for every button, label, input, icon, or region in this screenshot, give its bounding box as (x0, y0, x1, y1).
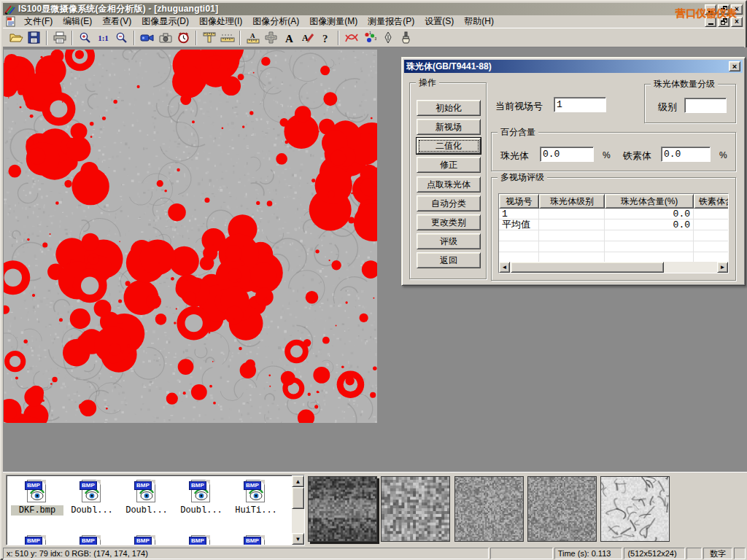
menu-item-image-measure[interactable]: 图像测量(M) (304, 15, 363, 28)
cell-grade (539, 209, 605, 219)
file-item[interactable]: BMP DKF.bmp (11, 480, 63, 516)
menu-item-file[interactable]: 文件(F) (19, 15, 58, 28)
file-name[interactable]: DKF.bmp (11, 505, 63, 516)
scroll-up-button[interactable]: ▲ (292, 475, 304, 487)
pick-pearlite-button[interactable]: 点取珠光体 (417, 176, 481, 192)
video-capture-button[interactable] (138, 29, 156, 46)
table-horizontal-scrollbar[interactable]: ◄ ► (499, 262, 728, 273)
menu-item-image-processing[interactable]: 图像处理(I) (194, 15, 247, 28)
file-name[interactable]: Doubl... (66, 505, 118, 516)
change-class-button[interactable]: 更改类别 (417, 214, 481, 230)
phase-markers-button[interactable]: 13 (360, 29, 379, 46)
child-close-button[interactable]: × (731, 17, 743, 27)
caliper-button[interactable] (200, 29, 218, 46)
file-item[interactable]: BMP (230, 535, 282, 545)
file-item[interactable]: BMP (66, 535, 118, 545)
menu-item-help[interactable]: 帮助(H) (459, 15, 499, 28)
bottom-pane: BMP DKF.bmp BMP Doubl... BMP Doubl... (3, 472, 747, 547)
file-browser-scrollbar[interactable]: ▲ ▼ (292, 475, 304, 545)
percent-group-label: 百分含量 (498, 127, 538, 137)
correct-button[interactable]: 修正 (417, 157, 481, 173)
grade-button[interactable]: 评级 (417, 233, 481, 249)
col-header-field[interactable]: 视场号 (499, 194, 539, 209)
minimize-icon (708, 6, 713, 12)
multi-field-table[interactable]: 视场号 珠光体级别 珠光体含量(%) 铁素体含量(%) 1 0.0 平均值 0.… (498, 193, 729, 273)
file-item[interactable]: BMP (175, 535, 228, 545)
specimen-image[interactable] (4, 50, 377, 423)
col-header-ferrite-content[interactable]: 铁素体含量(%) (694, 194, 729, 209)
menu-item-edit[interactable]: 编辑(E) (58, 15, 97, 28)
menu-item-image-display[interactable]: 图像显示(D) (136, 15, 194, 28)
actual-size-button[interactable]: 1:1 (94, 29, 112, 46)
ruler-button[interactable] (218, 29, 236, 46)
file-item[interactable]: BMP (120, 535, 173, 545)
return-button[interactable]: 返回 (417, 252, 481, 268)
pearlite-input[interactable]: 0.0 (540, 147, 594, 162)
menu-item-view[interactable]: 查看(V) (97, 15, 136, 28)
scrollbar-thumb[interactable] (511, 262, 664, 273)
file-name[interactable]: Doubl... (120, 505, 173, 516)
table-row[interactable]: 1 0.0 (499, 209, 728, 219)
application-window: IS100显微摄像系统(金相分析版) - [zhuguangti01] × 营口… (0, 0, 747, 560)
file-item[interactable]: BMP Doubl... (66, 480, 118, 516)
curve-tool-button[interactable] (342, 29, 360, 46)
binarize-button[interactable]: 二值化 (417, 138, 481, 154)
child-minimize-button[interactable] (705, 17, 716, 27)
help-button[interactable]: ? (317, 29, 335, 46)
ferrite-input[interactable]: 0.0 (661, 147, 711, 162)
file-name[interactable]: HuiTi... (230, 505, 282, 516)
annotate-button[interactable]: A (298, 29, 317, 46)
file-browser[interactable]: BMP DKF.bmp BMP Doubl... BMP Doubl... (6, 475, 305, 545)
pan-grid-button[interactable] (262, 29, 280, 46)
brush-button[interactable] (397, 29, 415, 46)
thumbnail-2[interactable] (381, 476, 450, 542)
initialize-button[interactable]: 初始化 (417, 100, 481, 116)
scrollbar-thumb[interactable] (292, 487, 304, 509)
text-button[interactable]: A (280, 29, 298, 46)
pen-button[interactable] (379, 29, 397, 46)
col-header-pearlite-grade[interactable]: 珠光体级别 (539, 194, 605, 209)
thumbnail-3[interactable] (454, 476, 524, 542)
thumbnail-1[interactable] (308, 476, 377, 542)
scroll-right-button[interactable]: ► (717, 262, 728, 273)
menu-item-image-analysis[interactable]: 图像分析(A) (247, 15, 304, 28)
child-restore-button[interactable] (718, 17, 729, 27)
new-field-button[interactable]: 新视场 (417, 119, 481, 135)
save-button[interactable] (25, 29, 43, 46)
table-row-empty (499, 241, 728, 252)
level-input[interactable] (684, 98, 727, 113)
auto-classify-button[interactable]: 自动分类 (417, 195, 481, 211)
arrow-right-icon: ► (720, 264, 726, 271)
restore-button[interactable] (718, 4, 729, 15)
menu-item-settings[interactable]: 设置(S) (419, 15, 459, 28)
file-item[interactable]: BMP Doubl... (175, 480, 228, 516)
zoom-out-button[interactable] (112, 29, 131, 46)
minimize-button[interactable] (705, 4, 716, 15)
menu-item-measure-report[interactable]: 测量报告(P) (363, 15, 419, 28)
dialog-title-bar[interactable]: 珠光体(GB/T9441-88) × (404, 60, 743, 73)
bmp-file-icon: BMP (25, 480, 50, 503)
current-field-input[interactable]: 1 (554, 97, 606, 112)
arrow-up-icon: ▲ (295, 478, 301, 485)
close-button[interactable]: × (731, 4, 743, 15)
thumbnail-4[interactable] (527, 476, 597, 542)
percent-group: 百分含量 珠光体 0.0 % 铁素体 0.0 % (491, 132, 736, 171)
scroll-left-button[interactable]: ◄ (499, 262, 510, 273)
file-item[interactable]: BMP (11, 535, 63, 545)
dialog-close-button[interactable]: × (729, 61, 740, 71)
print-button[interactable] (50, 29, 69, 46)
snapshot-button[interactable] (156, 29, 174, 46)
timer-button[interactable] (174, 29, 193, 46)
open-button[interactable] (7, 29, 25, 46)
file-item[interactable]: BMP HuiTi... (230, 480, 282, 516)
file-name[interactable]: Doubl... (175, 505, 228, 516)
zoom-in-button[interactable] (76, 29, 94, 46)
scroll-down-button[interactable]: ▼ (292, 533, 304, 545)
col-header-pearlite-content[interactable]: 珠光体含量(%) (605, 194, 694, 209)
thumbnail-5[interactable] (600, 476, 670, 542)
bmp-badge: BMP (25, 481, 42, 490)
bmp-file-icon: BMP (189, 480, 214, 503)
measure-text-button[interactable]: A (244, 29, 262, 46)
table-row[interactable]: 平均值 0.0 (499, 219, 728, 230)
file-item[interactable]: BMP Doubl... (120, 480, 173, 516)
